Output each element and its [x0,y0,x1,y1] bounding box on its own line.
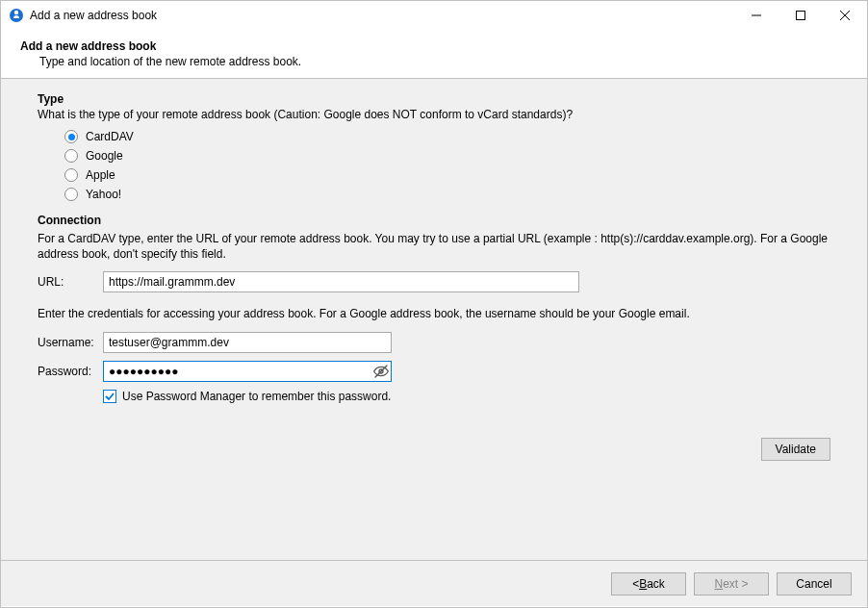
radio-label: Google [86,149,123,163]
url-row: URL: [38,271,830,292]
radio-label: Apple [86,168,115,182]
radio-option-yahoo[interactable]: Yahoo! [38,185,830,204]
minimize-button[interactable] [734,1,779,30]
radio-label: Yahoo! [86,188,121,201]
cancel-button[interactable]: Cancel [777,572,852,595]
username-label: Username: [38,336,103,349]
type-section-desc: What is the type of your remote address … [38,108,830,121]
radio-icon [64,168,78,182]
wizard-subtitle: Type and location of the new remote addr… [20,55,848,68]
svg-point-1 [14,11,18,14]
radio-option-carddav[interactable]: CardDAV [38,127,830,146]
close-button[interactable] [823,1,867,30]
wizard-body: Type What is the type of your remote add… [1,79,867,560]
connection-section-desc: For a CardDAV type, enter the URL of you… [38,231,830,262]
svg-rect-2 [797,12,805,20]
type-section-title: Type [38,92,830,106]
eye-off-icon[interactable] [372,363,390,380]
remember-password-label: Use Password Manager to remember this pa… [122,390,391,403]
validate-button[interactable]: Validate [761,438,830,461]
checkbox-icon [103,390,116,403]
back-button[interactable]: < Back [611,572,686,595]
password-input[interactable] [103,361,392,382]
username-input[interactable] [103,332,392,353]
app-icon [9,8,24,23]
radio-option-google[interactable]: Google [38,146,830,165]
password-label: Password: [38,365,103,378]
credentials-intro: Enter the credentials for accessing your… [38,306,830,321]
maximize-button[interactable] [779,1,823,30]
remember-password-row[interactable]: Use Password Manager to remember this pa… [103,390,830,403]
wizard-header: Add a new address book Type and location… [1,30,867,79]
radio-label: CardDAV [86,130,134,143]
radio-icon [64,149,78,163]
window-title: Add a new address book [30,9,157,22]
title-bar: Add a new address book [1,1,867,30]
radio-option-apple[interactable]: Apple [38,165,830,185]
wizard-footer: < Back Next > Cancel [1,560,867,606]
wizard-title: Add a new address book [20,39,848,53]
connection-section-title: Connection [38,214,830,227]
radio-icon [64,188,78,201]
url-input[interactable] [103,271,579,292]
password-row: Password: [38,361,830,382]
radio-icon [64,130,78,143]
username-row: Username: [38,332,830,353]
url-label: URL: [38,275,103,289]
next-button: Next > [694,572,769,595]
